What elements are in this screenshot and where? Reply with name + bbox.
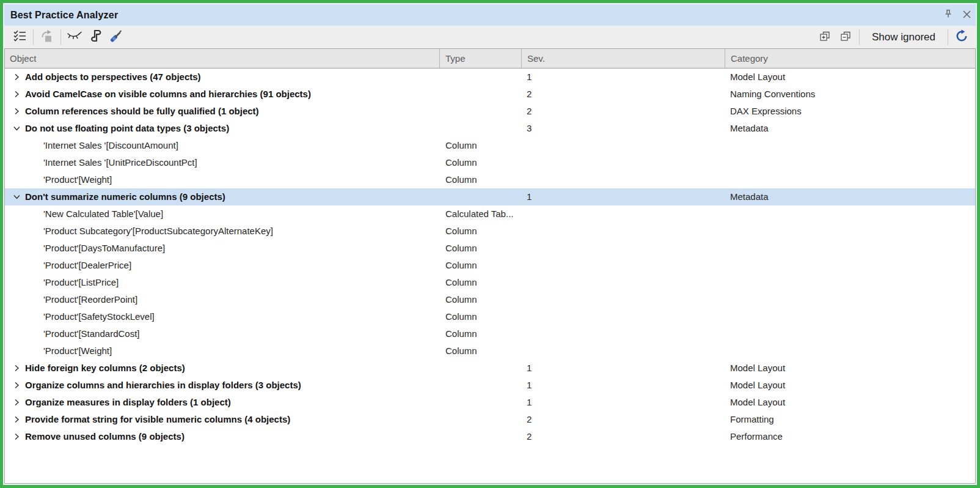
pin-button[interactable] [939, 7, 957, 24]
object-label: 'Product'[Weight] [43, 342, 112, 360]
type-cell: Column [439, 240, 521, 257]
checklist-icon [13, 30, 26, 44]
collapse-chevron-icon[interactable] [12, 193, 21, 201]
rule-row[interactable]: Remove unused columns (9 objects)2Perfor… [5, 428, 975, 445]
object-row[interactable]: 'Product'[StandardCost]Column [5, 325, 975, 342]
object-cell: Do not use floating point data types (3 … [5, 120, 439, 137]
expand-all-button[interactable] [814, 28, 835, 46]
object-label: Add objects to perspectives (47 objects) [25, 68, 201, 86]
object-label: Do not use floating point data types (3 … [25, 120, 229, 137]
severity-cell [521, 154, 725, 171]
object-cell: 'Product'[DaysToManufacture] [5, 240, 439, 257]
object-row[interactable]: 'Product'[Weight]Column [5, 171, 975, 188]
object-cell: 'Product'[ListPrice] [5, 274, 439, 291]
results-table: Object Type Sev. Category Add objects to… [4, 48, 976, 484]
object-cell: 'Product'[DealerPrice] [5, 257, 439, 274]
category-cell [725, 171, 975, 188]
panel-title: Best Practice Analyzer [4, 10, 118, 21]
object-label: Hide foreign key columns (2 objects) [25, 360, 185, 377]
script-button[interactable] [85, 28, 106, 46]
object-row[interactable]: 'Product'[ReorderPoint]Column [5, 291, 975, 308]
severity-cell [521, 291, 725, 308]
object-row[interactable]: 'New Calculated Table'[Value]Calculated … [5, 205, 975, 223]
type-cell [439, 188, 521, 205]
object-label: Avoid CamelCase on visible columns and h… [25, 86, 311, 103]
severity-cell: 1 [521, 377, 725, 394]
fix-button[interactable] [106, 28, 126, 46]
expand-chevron-icon[interactable] [12, 73, 21, 81]
column-header-object[interactable]: Object [5, 49, 439, 68]
category-cell [725, 205, 975, 223]
severity-cell [521, 257, 725, 274]
collapse-all-icon [839, 30, 852, 45]
type-cell: Column [439, 137, 521, 154]
object-row[interactable]: 'Product'[SafetyStockLevel]Column [5, 308, 975, 325]
ignore-item-button[interactable] [64, 28, 85, 46]
rule-row[interactable]: Don't summarize numeric columns (9 objec… [5, 188, 975, 205]
object-cell: 'Product Subcategory'[ProductSubcategory… [5, 223, 439, 240]
show-ignored-button[interactable]: Show ignored [863, 28, 945, 46]
rule-row[interactable]: Do not use floating point data types (3 … [5, 120, 975, 137]
refresh-button[interactable] [951, 28, 972, 46]
severity-cell [521, 308, 725, 325]
object-row[interactable]: 'Internet Sales '[UnitPriceDiscountPct]C… [5, 154, 975, 171]
object-label: Organize measures in display folders (1 … [25, 394, 231, 411]
rule-row[interactable]: Add objects to perspectives (47 objects)… [5, 68, 975, 86]
expand-chevron-icon[interactable] [12, 399, 21, 406]
type-cell [439, 103, 521, 120]
severity-cell: 1 [521, 360, 725, 377]
column-header-type[interactable]: Type [439, 49, 521, 68]
category-cell [725, 308, 975, 325]
object-cell: Organize measures in display folders (1 … [5, 394, 439, 411]
expand-chevron-icon[interactable] [12, 364, 21, 372]
rule-row[interactable]: Organize measures in display folders (1 … [5, 394, 975, 411]
type-cell: Column [439, 342, 521, 360]
column-header-severity[interactable]: Sev. [521, 49, 725, 68]
expand-chevron-icon[interactable] [12, 91, 21, 98]
rule-row[interactable]: Avoid CamelCase on visible columns and h… [5, 86, 975, 103]
column-header-category[interactable]: Category [725, 49, 975, 68]
expand-chevron-icon[interactable] [12, 416, 21, 423]
severity-cell: 1 [521, 188, 725, 205]
rule-row[interactable]: Organize columns and hierarchies in disp… [5, 377, 975, 394]
type-cell: Column [439, 291, 521, 308]
object-cell: 'Product'[StandardCost] [5, 325, 439, 342]
expand-chevron-icon[interactable] [12, 108, 21, 115]
object-cell: 'Internet Sales '[UnitPriceDiscountPct] [5, 154, 439, 171]
severity-cell: 1 [521, 394, 725, 411]
rule-row[interactable]: Provide format string for visible numeri… [5, 411, 975, 428]
manage-rules-button[interactable] [9, 28, 30, 46]
close-icon [963, 10, 971, 21]
object-cell: Don't summarize numeric columns (9 objec… [5, 188, 439, 205]
rule-row[interactable]: Column references should be fully qualif… [5, 103, 975, 120]
object-label: Column references should be fully qualif… [25, 103, 259, 120]
table-header-row: Object Type Sev. Category [5, 49, 975, 68]
object-row[interactable]: 'Product'[DealerPrice]Column [5, 257, 975, 274]
expand-chevron-icon[interactable] [12, 382, 21, 389]
type-cell: Calculated Tab... [439, 205, 521, 223]
type-cell [439, 394, 521, 411]
category-cell: Model Layout [725, 360, 975, 377]
object-label: 'Product'[SafetyStockLevel] [43, 308, 155, 325]
close-button[interactable] [957, 7, 976, 24]
severity-cell [521, 223, 725, 240]
object-row[interactable]: 'Internet Sales '[DiscountAmount]Column [5, 137, 975, 154]
object-label: 'New Calculated Table'[Value] [43, 205, 163, 223]
object-row[interactable]: 'Product'[Weight]Column [5, 342, 975, 360]
expand-chevron-icon[interactable] [12, 433, 21, 440]
severity-cell: 2 [521, 86, 725, 103]
object-cell: 'Product'[ReorderPoint] [5, 291, 439, 308]
category-cell: Metadata [725, 188, 975, 205]
object-label: 'Product'[Weight] [43, 171, 112, 188]
collapse-all-button[interactable] [835, 28, 856, 46]
category-cell: Performance [725, 428, 975, 445]
object-row[interactable]: 'Product'[ListPrice]Column [5, 274, 975, 291]
toolbar: Show ignored [4, 26, 976, 48]
object-label: 'Internet Sales '[DiscountAmount] [43, 137, 178, 154]
best-practice-analyzer-window: Best Practice Analyzer [3, 3, 977, 485]
severity-cell: 2 [521, 103, 725, 120]
rule-row[interactable]: Hide foreign key columns (2 objects)1Mod… [5, 360, 975, 377]
collapse-chevron-icon[interactable] [12, 125, 21, 132]
object-row[interactable]: 'Product Subcategory'[ProductSubcategory… [5, 223, 975, 240]
object-row[interactable]: 'Product'[DaysToManufacture]Column [5, 240, 975, 257]
